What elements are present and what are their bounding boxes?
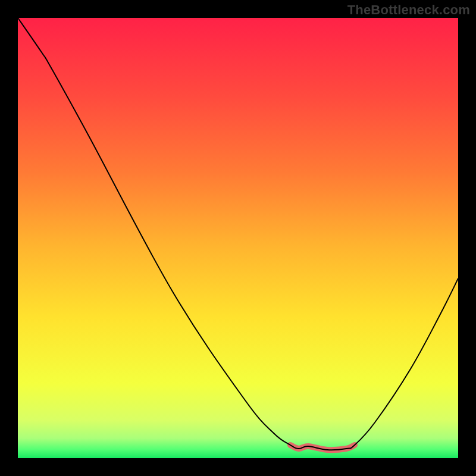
gradient-background xyxy=(18,18,458,458)
chart-frame: TheBottleneck.com xyxy=(0,0,476,476)
chart-svg xyxy=(18,18,458,458)
watermark-text: TheBottleneck.com xyxy=(347,2,470,18)
plot-area xyxy=(18,18,458,458)
